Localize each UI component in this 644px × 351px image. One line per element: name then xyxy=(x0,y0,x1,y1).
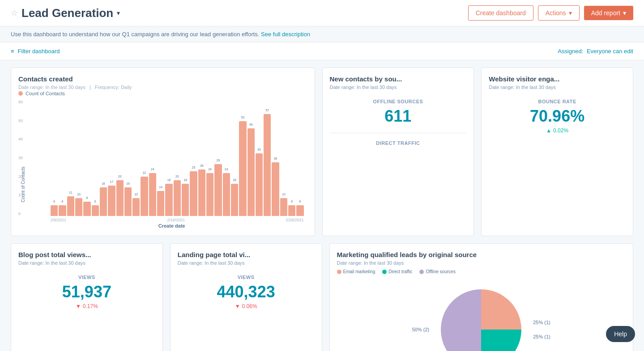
bar-17[interactable]: 25 xyxy=(190,171,197,216)
bar-29[interactable]: 6 xyxy=(288,205,295,216)
filter-bar: ≡ Filter dashboard Assigned: Everyone ca… xyxy=(0,42,644,60)
y-axis: 6050403020100 xyxy=(18,100,25,216)
bar-18[interactable]: 26 xyxy=(198,169,205,216)
down-arrow-icon-2: ▼ xyxy=(235,303,240,309)
bar-20[interactable]: 29 xyxy=(214,164,222,216)
description-bar: Use this dashboard to understand how our… xyxy=(0,26,644,42)
bar-30[interactable]: 6 xyxy=(296,205,303,216)
chart-container: Count of Contacts 6050403020100 66111086… xyxy=(18,100,307,228)
website-visitor-title: Website visitor enga... xyxy=(489,75,626,83)
bar-chart: 6611108616172016102224141820182526242924… xyxy=(47,100,307,216)
contacts-created-subtitle: Date range: In the last 30 days | Freque… xyxy=(18,85,307,90)
up-arrow-icon: ▲ xyxy=(546,127,551,134)
create-dashboard-button[interactable]: Create dashboard xyxy=(468,5,533,21)
row-2: Blog post total views... Date range: In … xyxy=(11,243,633,351)
bar-12[interactable]: 24 xyxy=(149,173,156,216)
landing-views-label: VIEWS xyxy=(178,275,315,280)
pie-segment-direct xyxy=(481,330,521,351)
landing-page-subtitle: Date range: In the last 30 days xyxy=(178,260,315,266)
header-actions: Create dashboard Actions ▾ Add report ▾ xyxy=(468,5,633,21)
bounce-metric: BOUNCE RATE 70.96% ▲ 0.02% xyxy=(489,99,626,134)
add-report-button[interactable]: Add report ▾ xyxy=(584,6,633,20)
bar-1[interactable]: 6 xyxy=(59,205,66,216)
landing-page-title: Landing page total vi... xyxy=(178,251,315,258)
pie-label-top: 25% (1) xyxy=(533,320,550,325)
bar-15[interactable]: 20 xyxy=(174,180,181,216)
bar-13[interactable]: 14 xyxy=(157,191,164,216)
offline-metric: OFFLINE SOURCES 611 xyxy=(330,99,467,126)
bar-28[interactable]: 10 xyxy=(280,198,287,216)
contacts-created-card: Contacts created Date range: In the last… xyxy=(11,68,315,236)
direct-metric: DIRECT TRAFFIC xyxy=(330,140,467,146)
down-arrow-icon: ▼ xyxy=(76,303,81,309)
bar-3[interactable]: 10 xyxy=(75,198,82,216)
landing-views-change: ▼ 0.06% xyxy=(178,303,315,309)
assigned-value[interactable]: Everyone can edit xyxy=(587,48,633,55)
bar-19[interactable]: 24 xyxy=(206,173,213,216)
legend-offline: Offline sources xyxy=(419,269,456,274)
bounce-label: BOUNCE RATE xyxy=(489,99,626,104)
assigned-label: Assigned: xyxy=(558,48,583,55)
pie-label-bottom: 25% (1) xyxy=(533,334,550,339)
blog-views-metric: VIEWS 51,937 ▼ 0.17% xyxy=(18,275,155,309)
pie-legend: Email marketing Direct traffic Offline s… xyxy=(337,269,626,274)
bar-27[interactable]: 30 xyxy=(272,162,279,216)
bar-6[interactable]: 16 xyxy=(100,187,107,216)
mql-source-title: Marketing qualified leads by original so… xyxy=(337,251,626,258)
bar-26[interactable]: 57 xyxy=(264,114,271,216)
bar-14[interactable]: 18 xyxy=(165,184,172,216)
pie-segment-offline xyxy=(441,289,481,351)
x-axis-title: Create date xyxy=(36,223,307,228)
filter-icon: ≡ xyxy=(11,48,14,55)
legend-dot xyxy=(18,91,23,96)
bar-25[interactable]: 35 xyxy=(256,153,263,216)
pie-labels-right: 25% (1) 25% (1) xyxy=(533,320,550,339)
legend-label: Count of Contacts xyxy=(26,91,65,96)
direct-dot xyxy=(382,270,387,274)
new-contacts-subtitle: Date range: In the last 30 days xyxy=(330,85,467,90)
assigned-section: Assigned: Everyone can edit xyxy=(558,48,633,55)
bar-11[interactable]: 22 xyxy=(141,177,148,216)
chevron-down-icon[interactable]: ▾ xyxy=(117,9,120,17)
bar-10[interactable]: 10 xyxy=(132,198,140,216)
legend-direct: Direct traffic xyxy=(382,269,412,274)
pie-chart: 50% (2) 25% (1) 25% (1) xyxy=(412,285,550,351)
see-full-description-link[interactable]: See full description xyxy=(261,31,310,38)
bar-22[interactable]: 18 xyxy=(231,184,238,216)
offline-value: 611 xyxy=(330,107,467,126)
filter-dashboard-button[interactable]: ≡ Filter dashboard xyxy=(11,48,60,55)
header-left: ☆ Lead Generation ▾ xyxy=(11,6,120,20)
bar-5[interactable]: 6 xyxy=(92,205,99,216)
blog-views-subtitle: Date range: In the last 30 days xyxy=(18,260,155,266)
offline-label: OFFLINE SOURCES xyxy=(330,99,467,104)
website-visitor-subtitle: Date range: In the last 30 days xyxy=(489,85,626,90)
page-title: Lead Generation xyxy=(21,6,113,20)
bar-7[interactable]: 17 xyxy=(108,186,115,216)
contacts-legend: Count of Contacts xyxy=(18,91,307,96)
offline-dot xyxy=(419,270,424,274)
bar-23[interactable]: 53 xyxy=(239,121,246,216)
bar-16[interactable]: 18 xyxy=(182,184,189,216)
bounce-value: 70.96% xyxy=(489,107,626,126)
header: ☆ Lead Generation ▾ Create dashboard Act… xyxy=(0,0,644,26)
bar-0[interactable]: 6 xyxy=(51,205,58,216)
bar-24[interactable]: 49 xyxy=(247,128,255,216)
actions-button[interactable]: Actions ▾ xyxy=(538,5,580,21)
star-icon[interactable]: ☆ xyxy=(11,8,18,18)
bar-9[interactable]: 16 xyxy=(124,187,132,216)
bar-4[interactable]: 8 xyxy=(83,202,90,216)
email-dot xyxy=(337,270,341,274)
mql-source-card: Marketing qualified leads by original so… xyxy=(329,243,634,351)
bar-2[interactable]: 11 xyxy=(67,196,74,216)
blog-views-card: Blog post total views... Date range: In … xyxy=(11,243,163,351)
description-text: Use this dashboard to understand how our… xyxy=(11,31,259,38)
help-button[interactable]: Help xyxy=(606,326,635,342)
bar-21[interactable]: 24 xyxy=(223,173,230,216)
new-contacts-card: New contacts by sou... Date range: In th… xyxy=(322,68,474,236)
blog-views-value: 51,937 xyxy=(18,283,155,301)
bar-8[interactable]: 20 xyxy=(116,180,124,216)
pie-svg xyxy=(436,285,526,351)
website-visitor-card: Website visitor enga... Date range: In t… xyxy=(481,68,633,236)
landing-views-metric: VIEWS 440,323 ▼ 0.06% xyxy=(178,275,315,309)
x-labels: 2/6/20212/16/20212/26/2021 xyxy=(47,216,307,222)
